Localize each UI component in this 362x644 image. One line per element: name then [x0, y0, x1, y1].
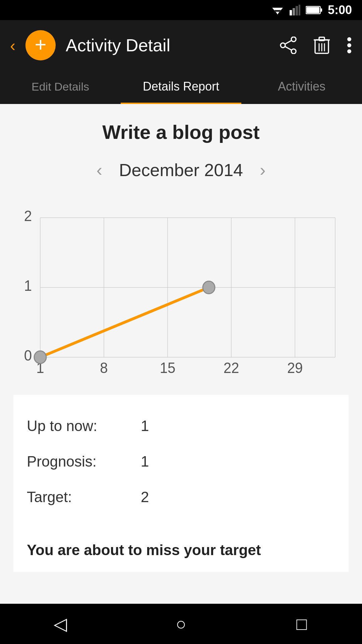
svg-point-21 [347, 37, 351, 41]
recent-nav-button[interactable]: □ [288, 610, 315, 637]
more-icon[interactable] [347, 37, 352, 54]
warning-message: You are about to miss your target [13, 528, 349, 572]
back-button[interactable]: ‹ [10, 36, 15, 55]
tab-edit-details[interactable]: Edit Details [0, 70, 121, 104]
stat-value-prognosis: 1 [141, 453, 149, 470]
signal-icon [290, 5, 300, 15]
svg-marker-2 [276, 12, 279, 14]
chart-point-2 [203, 281, 215, 293]
svg-point-23 [347, 49, 351, 53]
next-month-button[interactable]: › [256, 157, 269, 183]
svg-rect-17 [319, 37, 324, 41]
delete-icon[interactable] [314, 36, 330, 55]
stat-row-target: Target: 2 [27, 479, 335, 515]
status-bar: 5:00 [0, 0, 362, 20]
x-label-29: 29 [287, 360, 303, 375]
x-label-15: 15 [160, 360, 176, 375]
svg-point-12 [281, 43, 285, 48]
stat-row-prognosis: Prognosis: 1 [27, 444, 335, 479]
chart-svg: 2 1 0 1 8 15 22 29 [13, 200, 349, 375]
svg-rect-4 [293, 8, 295, 15]
app-title: Activity Detail [66, 35, 269, 55]
y-label-0: 0 [24, 347, 32, 364]
stat-row-uptonow: Up to now: 1 [27, 408, 335, 444]
prev-month-button[interactable]: ‹ [93, 157, 106, 183]
status-time: 5:00 [328, 3, 352, 17]
svg-rect-5 [296, 6, 298, 15]
app-bar-actions [280, 36, 352, 55]
stat-value-uptonow: 1 [141, 418, 149, 434]
activity-chart: 2 1 0 1 8 15 22 29 [13, 200, 349, 375]
svg-rect-3 [290, 10, 292, 15]
app-bar: ‹ + Activity Detail [0, 20, 362, 70]
back-nav-button[interactable]: ◁ [47, 610, 74, 637]
stat-label-uptonow: Up to now: [27, 418, 141, 434]
stats-section: Up to now: 1 Prognosis: 1 Target: 2 [13, 395, 349, 528]
bottom-nav: ◁ ○ □ [0, 604, 362, 644]
activity-title: Write a blog post [13, 121, 349, 143]
month-navigation: ‹ December 2014 › [13, 157, 349, 183]
x-label-8: 8 [100, 360, 108, 375]
tab-activities[interactable]: Activities [241, 70, 362, 104]
home-nav-button[interactable]: ○ [168, 610, 194, 637]
stat-label-target: Target: [27, 489, 141, 505]
wifi-icon [271, 5, 284, 15]
current-month-label: December 2014 [119, 160, 243, 180]
stat-value-target: 2 [141, 489, 149, 505]
svg-rect-8 [320, 8, 322, 12]
svg-point-22 [347, 43, 351, 47]
status-icons: 5:00 [271, 3, 352, 17]
y-label-2: 2 [24, 208, 32, 224]
svg-rect-9 [306, 7, 319, 13]
x-label-22: 22 [224, 360, 239, 375]
main-content: Write a blog post ‹ December 2014 › 2 1 [0, 104, 362, 604]
svg-line-33 [40, 287, 209, 357]
tab-details-report[interactable]: Details Report [121, 70, 241, 104]
tab-bar: Edit Details Details Report Activities [0, 70, 362, 104]
share-icon[interactable] [280, 37, 297, 54]
svg-point-11 [291, 49, 296, 54]
svg-rect-6 [299, 5, 300, 15]
chart-point-1 [34, 351, 46, 363]
stat-label-prognosis: Prognosis: [27, 453, 141, 470]
svg-line-13 [285, 41, 291, 44]
battery-icon [306, 5, 322, 15]
add-button[interactable]: + [25, 30, 56, 60]
y-label-1: 1 [24, 278, 32, 294]
svg-line-14 [285, 47, 291, 50]
svg-point-10 [291, 37, 296, 42]
